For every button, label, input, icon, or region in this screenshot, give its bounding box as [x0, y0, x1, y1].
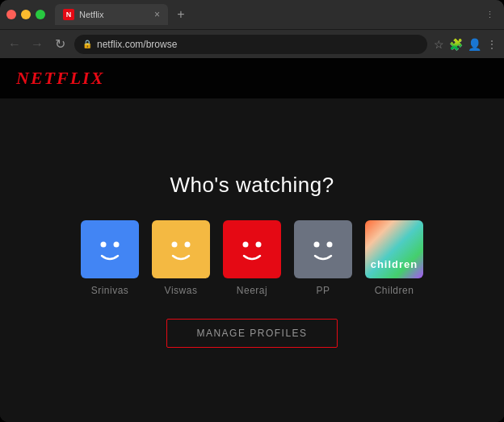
netflix-logo: NETFLIX	[16, 68, 104, 89]
svg-point-6	[314, 242, 320, 248]
url-text: netflix.com/browse	[97, 39, 177, 50]
maximize-traffic-light[interactable]	[36, 10, 45, 19]
profile-item-pp[interactable]: PP	[294, 220, 352, 296]
more-options-icon[interactable]: ⋮	[486, 38, 498, 51]
profile-name-children: Children	[375, 285, 414, 296]
refresh-button[interactable]: ↻	[52, 36, 68, 52]
bookmark-icon[interactable]: ☆	[434, 38, 444, 51]
profile-name-viswas: Viswas	[165, 285, 198, 296]
address-controls: ☆ 🧩 👤 ⋮	[434, 38, 498, 51]
browser-controls-right: ⋮	[482, 8, 498, 22]
page-content: NETFLIX Who's watching?	[0, 58, 504, 422]
tab-bar: N Netflix × +	[55, 4, 476, 25]
profile-icon[interactable]: 👤	[468, 38, 481, 51]
svg-point-0	[101, 242, 107, 248]
tab-favicon: N	[63, 9, 74, 20]
traffic-lights	[6, 10, 45, 19]
svg-point-1	[114, 242, 120, 248]
smiley-yellow	[152, 220, 210, 278]
title-bar: N Netflix × + ⋮	[0, 0, 504, 29]
profile-avatar-neeraj	[223, 220, 281, 278]
tab-close-button[interactable]: ×	[154, 9, 160, 20]
tab-title: Netflix	[79, 10, 104, 19]
address-bar: ← → ↻ 🔒 netflix.com/browse ☆ 🧩 👤 ⋮	[0, 29, 504, 58]
manage-profiles-button[interactable]: Manage Profiles	[166, 319, 337, 348]
url-bar[interactable]: 🔒 netflix.com/browse	[74, 35, 427, 54]
svg-point-7	[327, 242, 333, 248]
profiles-container: Srinivas Viswas	[81, 220, 423, 296]
netflix-header: NETFLIX	[0, 58, 504, 98]
profile-item-viswas[interactable]: Viswas	[152, 220, 210, 296]
smiley-red	[223, 220, 281, 278]
browser-menu-button[interactable]: ⋮	[482, 8, 498, 22]
profile-name-srinivas: Srinivas	[91, 285, 129, 296]
back-button[interactable]: ←	[6, 37, 23, 52]
profile-item-neeraj[interactable]: Neeraj	[223, 220, 281, 296]
new-tab-button[interactable]: +	[171, 5, 191, 24]
profile-item-srinivas[interactable]: Srinivas	[81, 220, 139, 296]
profile-name-neeraj: Neeraj	[237, 285, 267, 296]
smiley-gray	[294, 220, 352, 278]
svg-point-3	[185, 242, 191, 248]
minimize-traffic-light[interactable]	[21, 10, 31, 19]
profile-avatar-children: children	[365, 220, 423, 278]
close-traffic-light[interactable]	[6, 10, 16, 19]
profile-name-pp: PP	[316, 285, 330, 296]
extensions-icon[interactable]: 🧩	[449, 38, 463, 51]
browser-frame: N Netflix × + ⋮ ← → ↻ 🔒 netflix.com/brow…	[0, 0, 504, 422]
lock-icon: 🔒	[82, 40, 92, 48]
profile-avatar-srinivas	[81, 220, 139, 278]
svg-point-4	[243, 242, 249, 248]
profile-avatar-pp	[294, 220, 352, 278]
profile-item-children[interactable]: children Children	[365, 220, 423, 296]
active-tab[interactable]: N Netflix ×	[55, 4, 168, 25]
profile-avatar-viswas	[152, 220, 210, 278]
svg-point-5	[256, 242, 262, 248]
children-label: children	[371, 258, 418, 270]
whos-watching-heading: Who's watching?	[170, 173, 334, 198]
profile-area: Who's watching? Srinivas	[0, 98, 504, 422]
svg-point-2	[172, 242, 178, 248]
forward-button[interactable]: →	[29, 37, 45, 52]
smiley-blue	[81, 220, 139, 278]
